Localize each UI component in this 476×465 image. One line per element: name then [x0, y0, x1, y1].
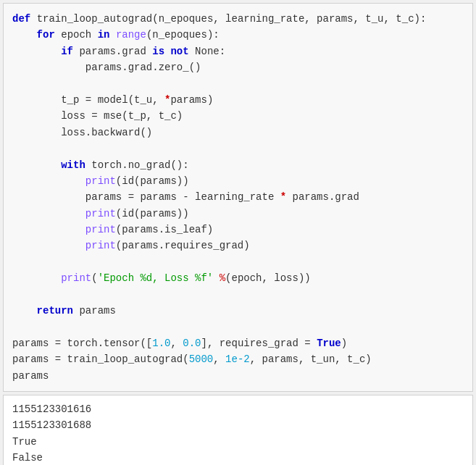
code-line: [12, 287, 464, 303]
output-line: True: [12, 434, 464, 450]
output-line: 1155123301688: [12, 417, 464, 433]
output-block: 1155123301616 1155123301688 True False E…: [3, 395, 473, 465]
code-line: print(id(params)): [12, 173, 464, 189]
code-line: def train_loop_autograd(n_epoques, learn…: [12, 11, 464, 27]
output-line: 1155123301616: [12, 401, 464, 417]
code-line: return params: [12, 303, 464, 319]
code-block: def train_loop_autograd(n_epoques, learn…: [3, 3, 473, 392]
code-line: params = params - learning_rate * params…: [12, 189, 464, 205]
code-line: params = train_loop_autograd(5000, 1e-2,…: [12, 351, 464, 367]
code-line: print(id(params)): [12, 206, 464, 222]
code-line: with torch.no_grad():: [12, 157, 464, 173]
code-line: [12, 254, 464, 270]
code-line: print(params.is_leaf): [12, 222, 464, 238]
code-line: print('Epoch %d, Loss %f' %(epoch, loss)…: [12, 270, 464, 286]
output-line: False: [12, 450, 464, 465]
code-line: [12, 76, 464, 92]
code-line: t_p = model(t_u, *params): [12, 92, 464, 108]
code-line: [12, 141, 464, 156]
code-line: print(params.requires_grad): [12, 238, 464, 254]
code-line: params = torch.tensor([1.0, 0.0], requir…: [12, 335, 464, 351]
code-line: if params.grad is not None:: [12, 43, 464, 59]
code-line: loss.backward(): [12, 125, 464, 141]
code-line: params.grad.zero_(): [12, 59, 464, 75]
code-line: params: [12, 368, 464, 384]
code-line: [12, 319, 464, 335]
code-line: for epoch in range(n_epoques):: [12, 27, 464, 43]
code-line: loss = mse(t_p, t_c): [12, 108, 464, 124]
